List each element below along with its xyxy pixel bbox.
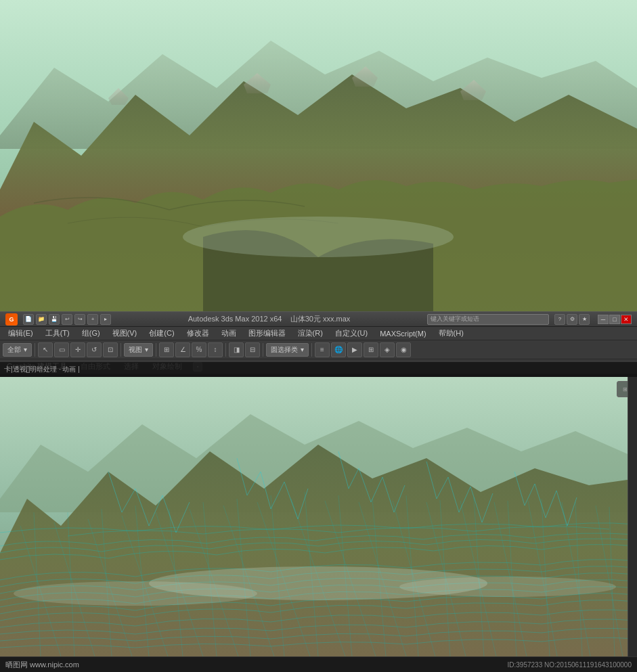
separator-2	[120, 343, 121, 357]
menu-modifiers[interactable]: 修改器	[181, 327, 215, 340]
view-dropdown[interactable]: 视图 ▾	[124, 343, 153, 357]
move-tool[interactable]: ✛	[70, 342, 85, 357]
select-tool[interactable]: ↖	[38, 342, 53, 357]
percent-snap[interactable]: %	[192, 342, 206, 357]
search-box[interactable]: 键入关键字或短语	[427, 314, 549, 325]
redo-icon[interactable]: ↪	[74, 314, 85, 325]
select-filter-dropdown[interactable]: 全部 ▾	[3, 343, 32, 357]
undo-icon[interactable]: ↩	[62, 314, 72, 325]
wireframe-svg	[0, 377, 637, 656]
select-region-tool[interactable]: ▭	[54, 342, 69, 357]
maximize-button[interactable]: □	[609, 315, 620, 324]
side-ruler	[628, 377, 637, 656]
svg-point-4	[14, 581, 257, 606]
title-bar: G 📄 📁 💾 ↩ ↪ + ▸ Autodesk 3ds Max 2012 x6…	[0, 312, 637, 327]
status-watermark-bar: 晒图网 www.nipic.com ID:3957233 NO:20150611…	[0, 656, 637, 672]
menu-create[interactable]: 创建(C)	[144, 327, 179, 340]
viewport-label-text: 卡|透视[]明暗处理 · 动画 |	[4, 365, 80, 374]
layer-manager[interactable]: ≡	[315, 342, 330, 357]
separator-5	[263, 343, 263, 357]
menu-tools[interactable]: 工具(T)	[40, 327, 75, 340]
app-logo: G	[5, 313, 18, 326]
mountain-terrain-svg	[0, 0, 637, 311]
main-toolbar: 全部 ▾ ↖ ▭ ✛ ↺ ⊡ 视图 ▾ ⊞ ∠ % ↕ ◨ ⊟ 圆选择类 ▾ ≡	[0, 340, 637, 359]
material-editor[interactable]: ◈	[380, 342, 395, 357]
menu-graph-editor[interactable]: 图形编辑器	[243, 327, 291, 340]
snap-toggle[interactable]: ⊞	[159, 342, 174, 357]
window-controls: ─ □ ✕	[598, 315, 632, 324]
close-button[interactable]: ✕	[621, 315, 632, 324]
save-file-icon[interactable]: 💾	[49, 314, 60, 325]
menu-group[interactable]: 组(G)	[76, 327, 106, 340]
logo-text: G	[9, 316, 14, 323]
menu-render[interactable]: 渲染(R)	[292, 327, 328, 340]
toolbar-area: G 📄 📁 💾 ↩ ↪ + ▸ Autodesk 3ds Max 2012 x6…	[0, 311, 637, 362]
quick-icon-1[interactable]: +	[87, 314, 98, 325]
viewport-header: 卡|透视[]明暗处理 · 动画 |	[0, 362, 637, 377]
settings-icon[interactable]: ⚙	[567, 314, 577, 325]
scale-tool[interactable]: ⊡	[103, 342, 118, 357]
align-tool[interactable]: ⊟	[245, 342, 260, 357]
nav-cube-icon: ⊞	[623, 386, 628, 393]
menu-help[interactable]: 帮助(H)	[433, 327, 469, 340]
menu-edit[interactable]: 编辑(E)	[3, 327, 39, 340]
menu-animation[interactable]: 动画	[216, 327, 242, 340]
open-file-icon[interactable]: 📁	[36, 314, 47, 325]
render-setup[interactable]: ▶	[347, 342, 362, 357]
menu-view[interactable]: 视图(V)	[107, 327, 143, 340]
window-title: Autodesk 3ds Max 2012 x64 山体30元 xxx.max	[116, 314, 422, 324]
separator-1	[35, 343, 35, 357]
help-icon[interactable]: ?	[554, 314, 565, 325]
wireframe-viewport[interactable]: ⊞	[0, 377, 637, 656]
mirror-tool[interactable]: ◨	[229, 342, 244, 357]
star-icon[interactable]: ★	[579, 314, 590, 325]
separator-6	[311, 343, 312, 357]
menu-bar: 编辑(E) 工具(T) 组(G) 视图(V) 创建(C) 修改器 动画 图形编辑…	[0, 327, 637, 340]
top-render-viewport	[0, 0, 637, 311]
menu-maxscript[interactable]: MAXScript(M)	[374, 328, 431, 339]
minimize-button[interactable]: ─	[598, 315, 609, 324]
separator-4	[225, 343, 226, 357]
render-frame[interactable]: ⊞	[364, 342, 378, 357]
svg-point-5	[399, 577, 616, 597]
quick-icon-2[interactable]: ▸	[100, 314, 111, 325]
new-file-icon[interactable]: 📄	[23, 314, 34, 325]
title-bar-quick-icons: 📄 📁 💾 ↩ ↪ + ▸	[23, 314, 111, 325]
rotate-tool[interactable]: ↺	[87, 342, 102, 357]
filter-dropdown[interactable]: 圆选择类 ▾	[266, 343, 309, 357]
scene-explorer[interactable]: 🌐	[331, 342, 346, 357]
spinner-snap[interactable]: ↕	[208, 342, 223, 357]
svg-point-1	[183, 217, 454, 257]
menu-customize[interactable]: 自定义(U)	[330, 327, 373, 340]
active-shade[interactable]: ◉	[396, 342, 411, 357]
angle-snap[interactable]: ∠	[175, 342, 190, 357]
separator-3	[156, 343, 156, 357]
title-right-icons: ? ⚙ ★	[554, 314, 590, 325]
watermark-right: ID:3957233 NO:20150611191643100000	[508, 661, 632, 669]
watermark-left: 晒图网 www.nipic.com	[5, 660, 79, 670]
